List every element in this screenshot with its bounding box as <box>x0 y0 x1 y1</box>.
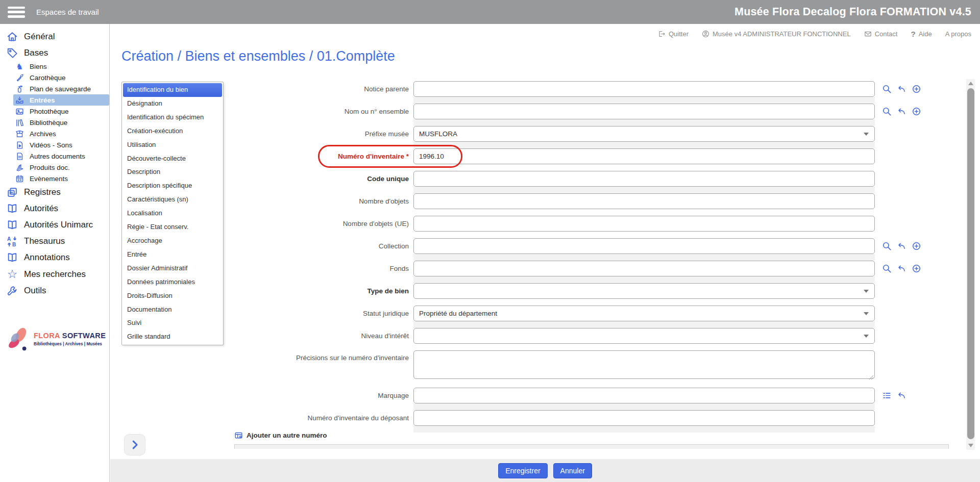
record-form: Notice parente Nom ou n° ensemble Préfix… <box>232 81 921 433</box>
field-label: Nombre d'objets <box>232 197 413 205</box>
undo-icon[interactable] <box>897 241 906 251</box>
save-button[interactable]: Enregistrer <box>498 463 547 478</box>
fonds-input[interactable] <box>413 261 875 276</box>
tab-identification-du-specimen[interactable]: Identification du spécimen <box>123 111 222 124</box>
tab-grille-standard[interactable]: Grille standard <box>123 330 222 344</box>
tab-decouverte-collecte[interactable]: Découverte-collecte <box>123 152 222 166</box>
nombre-objets-input[interactable] <box>413 193 875 209</box>
tab-droits-diffusion[interactable]: Droits-Diffusion <box>123 289 222 303</box>
sidebar-item-evenements[interactable]: Evènements <box>0 173 109 184</box>
list-icon[interactable] <box>882 391 892 400</box>
tab-entree[interactable]: Entrée <box>123 248 222 262</box>
niveau-interet-select[interactable] <box>413 328 875 344</box>
about-link[interactable]: A propos <box>945 30 971 38</box>
sort-alpha-icon: AB <box>7 236 18 247</box>
marquage-input[interactable] <box>413 388 875 403</box>
add-circle-icon[interactable] <box>912 264 921 273</box>
sidebar-item-bases[interactable]: Bases <box>0 45 109 61</box>
form-row-code-unique: Code unique <box>232 171 921 187</box>
tab-description[interactable]: Description <box>123 165 222 179</box>
type-de-bien-select[interactable] <box>413 283 875 299</box>
sidebar-item-autorites-unimarc[interactable]: Autorités Unimarc <box>0 217 109 233</box>
sidebar-item-autres-documents[interactable]: Autres documents <box>0 150 109 162</box>
scroll-up-arrow-icon[interactable] <box>968 82 973 85</box>
user-account-link[interactable]: Musée v4 ADMINISTRATEUR FONCTIONNEL <box>702 30 851 38</box>
sidebar-item-registres[interactable]: Registres <box>0 184 109 200</box>
sidebar-item-annotations[interactable]: Annotations <box>0 249 109 266</box>
tab-donnees-patrimoniales[interactable]: Données patrimoniales <box>123 275 222 289</box>
tab-caracteristiques-sn[interactable]: Caractéristiques (sn) <box>123 193 222 207</box>
cancel-button[interactable]: Annuler <box>553 463 592 478</box>
document-icon <box>15 152 24 161</box>
form-row-numero-deposant: Numéro d'inventaire du déposant <box>232 410 921 426</box>
image-icon <box>15 107 24 116</box>
numero-inventaire-input[interactable] <box>413 148 875 164</box>
add-circle-icon[interactable] <box>912 241 921 251</box>
add-number-header[interactable]: Ajouter un autre numéro <box>234 431 949 440</box>
sidebar-item-biens[interactable]: ♞ Biens <box>0 61 109 72</box>
scrollbar-thumb[interactable] <box>967 88 974 439</box>
help-link[interactable]: ? Aide <box>911 30 932 38</box>
sidebar-item-plan-de-sauvegarde[interactable]: Plan de sauvegarde <box>0 83 109 94</box>
precisions-numero-textarea[interactable] <box>413 350 875 379</box>
nombre-objets-ue-input[interactable] <box>413 216 875 232</box>
sidebar-item-produits-doc[interactable]: Produits doc. <box>0 162 109 173</box>
star-icon: ☆ <box>7 268 18 280</box>
sidebar-item-general[interactable]: Général <box>0 29 109 45</box>
workspaces-label[interactable]: Espaces de travail <box>36 8 99 16</box>
tab-creation-execution[interactable]: Création-exécution <box>123 124 222 138</box>
sidebar-item-thesaurus[interactable]: AB Thesaurus <box>0 233 109 249</box>
notice-parente-input[interactable] <box>413 81 875 97</box>
statut-juridique-select[interactable] <box>413 306 875 321</box>
tab-utilisation[interactable]: Utilisation <box>123 138 222 152</box>
field-label: Nombre d'objets (UE) <box>232 220 413 227</box>
add-circle-icon[interactable] <box>912 84 921 94</box>
search-icon[interactable] <box>882 264 892 273</box>
tab-dossier-administratif[interactable]: Dossier Administratif <box>123 262 222 275</box>
sidebar-item-videos-sons[interactable]: Vidéos - Sons <box>0 139 109 150</box>
tab-designation[interactable]: Désignation <box>123 97 222 111</box>
top-bar: Espaces de travail Musée Flora Decalog F… <box>0 0 980 24</box>
prefixe-musee-select[interactable] <box>413 126 875 142</box>
sidebar-item-autorites[interactable]: Autorités <box>0 200 109 217</box>
hamburger-menu-icon[interactable] <box>8 7 25 18</box>
quit-link[interactable]: Quitter <box>658 30 689 38</box>
sidebar-item-entrees[interactable]: Entrées <box>13 94 109 106</box>
sidebar-item-archives[interactable]: Archives <box>0 128 109 139</box>
tab-suivi[interactable]: Suivi <box>123 316 222 330</box>
tab-documentation[interactable]: Documentation <box>123 303 222 317</box>
sidebar-item-mes-recherches[interactable]: ☆ Mes recherches <box>0 266 109 283</box>
numero-deposant-input[interactable] <box>413 410 875 426</box>
undo-icon[interactable] <box>897 107 906 116</box>
field-label: Code unique <box>232 175 413 183</box>
undo-icon[interactable] <box>897 84 906 94</box>
collection-input[interactable] <box>413 238 875 254</box>
tab-description-specifique[interactable]: Description spécifique <box>123 179 222 193</box>
collapsed-panel-bar[interactable] <box>234 444 949 449</box>
search-icon[interactable] <box>882 84 892 94</box>
exit-icon <box>658 30 666 38</box>
code-unique-input[interactable] <box>413 171 875 187</box>
expand-panel-button[interactable] <box>124 434 145 455</box>
form-row-type-de-bien: Type de bien <box>232 283 921 299</box>
search-icon[interactable] <box>882 241 892 251</box>
video-document-icon <box>15 141 24 149</box>
flora-software-logo: FLORA SOFTWARE Bibliothèques | Archives … <box>4 324 106 353</box>
tab-accrochage[interactable]: Accrochage <box>123 234 222 248</box>
tab-localisation[interactable]: Localisation <box>123 207 222 220</box>
tab-identification-du-bien[interactable]: Identification du bien <box>123 83 222 97</box>
sidebar-item-bibliotheque[interactable]: Bibliothèque <box>0 117 109 128</box>
scroll-down-arrow-icon[interactable] <box>968 444 973 447</box>
add-circle-icon[interactable] <box>912 107 921 116</box>
sidebar-item-phototheque[interactable]: Photothèque <box>0 106 109 117</box>
contact-link[interactable]: Contact <box>864 30 898 38</box>
vertical-scrollbar[interactable] <box>966 79 975 450</box>
nom-ensemble-input[interactable] <box>413 104 875 119</box>
sidebar-item-outils[interactable]: Outils <box>0 283 109 299</box>
undo-icon[interactable] <box>897 391 906 400</box>
tab-regie-etat-conserv[interactable]: Régie - Etat conserv. <box>123 220 222 234</box>
chevron-right-icon <box>129 439 140 450</box>
sidebar-item-carotheque[interactable]: Carothèque <box>0 72 109 83</box>
undo-icon[interactable] <box>897 264 906 273</box>
search-icon[interactable] <box>882 107 892 116</box>
